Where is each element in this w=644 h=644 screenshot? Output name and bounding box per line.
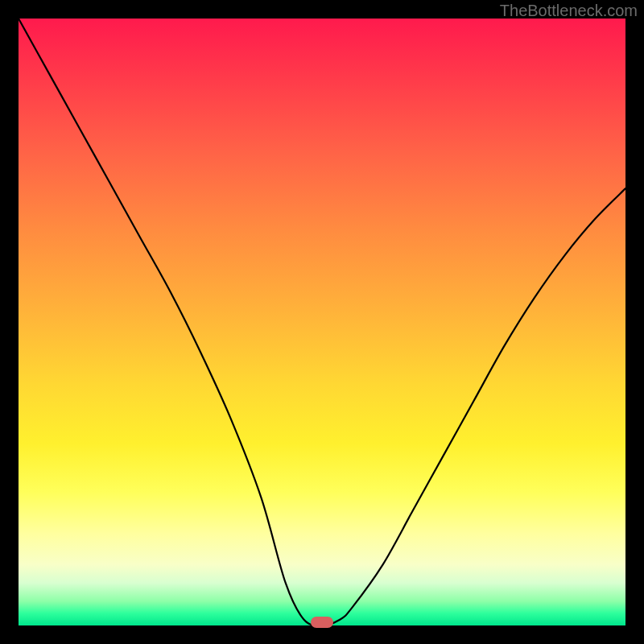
bottleneck-curve xyxy=(19,19,625,625)
optimal-point-marker xyxy=(311,617,333,628)
watermark-text: TheBottleneck.com xyxy=(500,2,638,20)
